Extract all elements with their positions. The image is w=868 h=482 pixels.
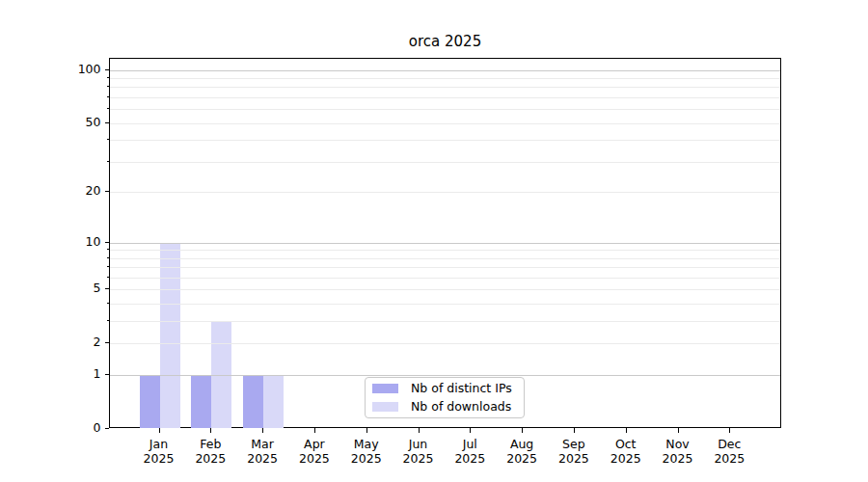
x-tick-mark [574, 428, 575, 433]
y-tick-label: 10 [34, 234, 101, 250]
y-minor-tick-mark [107, 303, 110, 304]
gridline-minor [110, 162, 780, 163]
x-tick-mark [626, 428, 627, 433]
bar-downloads-jan [160, 243, 180, 429]
legend-item-distinct-ips: Nb of distinct IPs [372, 381, 524, 396]
y-minor-tick-mark [107, 342, 110, 343]
gridline-minor [110, 343, 780, 344]
legend-swatch-distinct-ips [372, 384, 398, 393]
gridline-minor [110, 97, 780, 98]
y-tick-label: 1 [34, 366, 101, 382]
legend-swatch-downloads [372, 402, 398, 412]
x-tick-mark [678, 428, 679, 433]
x-tick-mark [366, 428, 367, 433]
grid-layer [110, 59, 780, 427]
y-tick-label: 2 [34, 335, 101, 350]
y-tick-label: 20 [34, 183, 101, 199]
legend-item-downloads: Nb of downloads [372, 399, 524, 415]
gridline-minor [110, 87, 780, 88]
y-minor-tick-mark [107, 191, 110, 192]
gridline-minor [110, 78, 780, 79]
legend-label-distinct-ips: Nb of distinct IPs [411, 381, 512, 396]
x-tick-mark [210, 428, 211, 433]
y-minor-tick-mark [107, 277, 110, 278]
figure: orca 2025 0125102050100 Jan2025Feb2025Ma… [0, 0, 868, 482]
gridline-minor [110, 267, 780, 268]
y-minor-tick-mark [107, 249, 110, 250]
y-minor-tick-mark [107, 266, 110, 267]
gridline-major [110, 375, 780, 376]
y-tick-mark [105, 69, 110, 70]
gridline-minor [110, 289, 780, 290]
y-minor-tick-mark [107, 161, 110, 162]
x-tick-label-dec: Dec2025 [694, 437, 764, 466]
gridline-minor [110, 321, 780, 322]
x-tick-mark [470, 428, 471, 433]
y-tick-label: 5 [34, 281, 101, 296]
x-tick-mark [522, 428, 523, 433]
y-tick-mark [105, 374, 110, 375]
y-minor-tick-mark [107, 288, 110, 289]
x-tick-mark [729, 428, 730, 433]
gridline-minor [110, 258, 780, 259]
bar-distinct-ips-jan [140, 375, 160, 428]
y-minor-tick-mark [107, 257, 110, 258]
bar-downloads-mar [263, 375, 284, 428]
gridline-major [110, 70, 780, 71]
x-tick-mark [314, 428, 315, 433]
bar-distinct-ips-feb [191, 375, 211, 428]
gridline-minor [110, 192, 780, 193]
y-tick-label: 100 [34, 62, 101, 77]
gridline-minor [110, 304, 780, 305]
bar-distinct-ips-mar [243, 375, 263, 428]
y-minor-tick-mark [107, 122, 110, 123]
y-minor-tick-mark [107, 86, 110, 87]
y-minor-tick-mark [107, 139, 110, 140]
gridline-minor [110, 109, 780, 110]
y-minor-tick-mark [107, 96, 110, 97]
legend-label-downloads: Nb of downloads [411, 399, 511, 415]
legend: Nb of distinct IPs Nb of downloads [365, 377, 525, 418]
y-minor-tick-mark [107, 108, 110, 109]
gridline-minor [110, 123, 780, 124]
y-minor-tick-mark [107, 320, 110, 321]
y-tick-mark [105, 428, 110, 429]
gridline-minor [110, 278, 780, 279]
y-tick-label: 0 [34, 420, 101, 436]
x-tick-mark [159, 428, 160, 433]
gridline-minor [110, 140, 780, 141]
y-tick-mark [105, 242, 110, 243]
gridline-minor [110, 250, 780, 251]
y-minor-tick-mark [107, 77, 110, 78]
chart-title: orca 2025 [109, 33, 781, 50]
plot-area [109, 58, 781, 428]
x-tick-mark [419, 428, 420, 433]
x-tick-mark [262, 428, 263, 433]
gridline-major [110, 243, 780, 244]
y-tick-label: 50 [34, 115, 101, 130]
